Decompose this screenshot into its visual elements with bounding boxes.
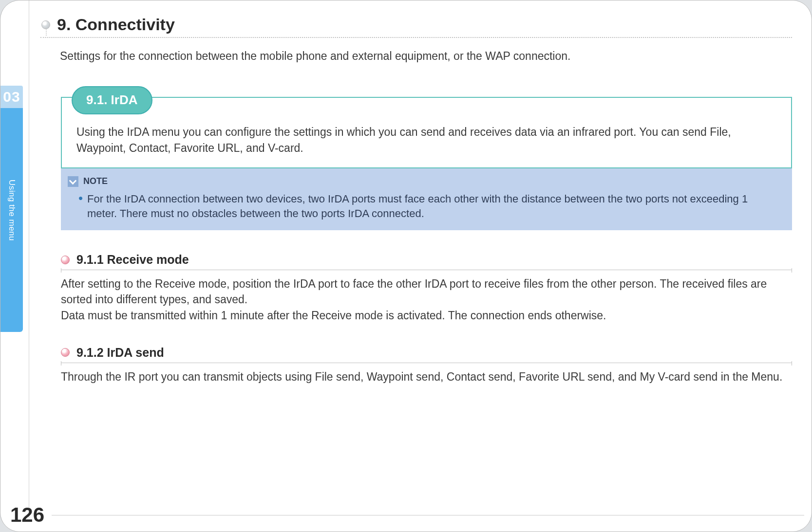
chapter-title: 9. Connectivity: [57, 15, 175, 34]
content: 9. Connectivity Settings for the connect…: [40, 15, 792, 385]
note-arrow-icon: [68, 176, 78, 187]
chapter-number-badge: 03: [0, 86, 23, 108]
note-heading: NOTE: [68, 176, 779, 187]
sphere-icon: [41, 20, 50, 29]
subsection-body: Through the IR port you can transmit obj…: [61, 369, 792, 385]
subsection-title: 9.1.2 IrDA send: [76, 346, 164, 360]
subsection-body: After setting to the Receive mode, posit…: [61, 276, 792, 323]
chapter-heading: 9. Connectivity: [40, 15, 792, 34]
bullet-icon: [61, 256, 70, 264]
note-body: For the IrDA connection between two devi…: [68, 192, 779, 222]
subsection-heading: 9.1.1 Receive mode: [61, 253, 792, 267]
vertical-rule: [29, 0, 29, 518]
section-box: 9.1. IrDA Using the IrDA menu you can co…: [61, 97, 792, 168]
page-number: 126: [0, 503, 54, 527]
chapter-intro: Settings for the connection between the …: [60, 50, 792, 63]
section-body: Using the IrDA menu you can configure th…: [76, 124, 776, 157]
note-label: NOTE: [83, 176, 108, 186]
bullet-icon: [61, 348, 70, 357]
subsection-title: 9.1.1 Receive mode: [76, 253, 189, 267]
subsection-rule: [61, 363, 792, 363]
subsection-912: 9.1.2 IrDA send Through the IR port you …: [61, 346, 792, 385]
subsection-911: 9.1.1 Receive mode After setting to the …: [61, 253, 792, 323]
section-pill: 9.1. IrDA: [72, 86, 152, 114]
subsection-rule: [61, 270, 792, 270]
note-box: NOTE For the IrDA connection between two…: [61, 168, 792, 231]
dotted-rule: [40, 37, 792, 38]
subsection-heading: 9.1.2 IrDA send: [61, 346, 792, 360]
side-tab-strip: Using the menu: [0, 108, 23, 332]
side-tab: 03 Using the menu: [0, 87, 23, 335]
manual-page: 03 Using the menu 9. Connectivity Settin…: [0, 0, 812, 532]
side-tab-label: Using the menu: [7, 180, 17, 241]
